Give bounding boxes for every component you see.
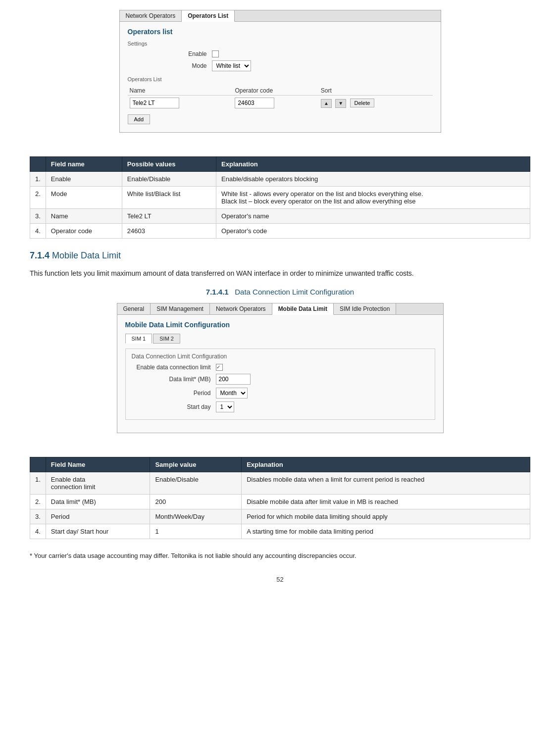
subsection-title: Data Connection Limit Configuration [132,353,429,360]
mobile-data-tabs: General SIM Management Network Operators… [117,303,443,315]
start-day-select[interactable]: 1 2 3 [216,401,234,412]
enable-checkbox[interactable] [212,50,219,57]
enable-row: Enable [128,50,433,57]
explanation2-enable-dc: Disables mobile data when a limit for cu… [242,472,530,495]
table-row: 3. Name Tele2 LT Operator's name [30,209,530,224]
th-explanation: Explanation [216,157,530,172]
footnote-text: * Your carrier's data usage accounting m… [30,551,530,561]
mode-select[interactable]: White list Black list [212,60,251,71]
start-day-label: Start day [132,403,211,410]
values2-period: Month/Week/Day [150,509,242,524]
values2-start-day: 1 [150,524,242,539]
settings-label: Settings [128,41,433,47]
explanation2-start-day: A starting time for mobile data limiting… [242,524,530,539]
table-row: 4. Start day/ Start hour 1 A starting ti… [30,524,530,539]
field2-enable-dc: Enable data connection limit [46,472,150,495]
enable-dc-row: Enable data connection limit [132,364,429,371]
tab-network-operators[interactable]: Network Operators [120,10,182,21]
values-opcode: 24603 [122,224,216,239]
field-mode: Mode [46,187,122,209]
row-num-3: 3. [30,209,46,224]
explanation-name: Operator's name [216,209,530,224]
operator-name [128,96,233,111]
enable-label: Enable [128,50,207,57]
row2-num-4: 4. [30,524,46,539]
name-input[interactable] [130,98,179,108]
th-possible-values: Possible values [122,157,216,172]
field2-data-limit: Data limit* (MB) [46,495,150,509]
period-select[interactable]: Month Week Day [216,388,248,399]
operators-panel-body: Operators list Settings Enable Mode Whit… [120,22,441,132]
table-row: 1. Enable Enable/Disable Enable/disable … [30,172,530,187]
mobile-data-panel: General SIM Management Network Operators… [117,303,444,433]
code-input[interactable] [235,98,274,108]
field-opcode: Operator code [46,224,122,239]
row2-num-3: 3. [30,509,46,524]
section-7141-title: Data Connection Limit Configuration [235,288,354,296]
page-number: 52 [30,576,530,583]
explanation-opcode: Operator's code [216,224,530,239]
start-day-row: Start day 1 2 3 [132,401,429,412]
th2-sample-value: Sample value [150,457,242,472]
th-empty [30,157,46,172]
values2-data-limit: 200 [150,495,242,509]
sort-down-btn[interactable]: ▼ [335,99,346,108]
col-sort: Sort [319,86,433,96]
row-num-2: 2. [30,187,46,209]
row-num-4: 4. [30,224,46,239]
table-row: 2. Data limit* (MB) 200 Disable mobile d… [30,495,530,509]
section-714-title: Mobile Data Limit [52,250,121,260]
operators-list-label: Operators List [128,76,433,82]
add-button[interactable]: Add [128,114,151,124]
field-name: Name [46,209,122,224]
mode-row: Mode White list Black list [128,60,433,71]
values-mode: White list/Black list [122,187,216,209]
operators-info-table: Field name Possible values Explanation 1… [30,156,530,239]
sim-tabs: SIM 1 SIM 2 [125,334,435,344]
operator-code [233,96,318,111]
explanation-mode: White list - allows every operator on th… [216,187,530,209]
values-enable: Enable/Disable [122,172,216,187]
sort-up-btn[interactable]: ▲ [321,99,332,108]
delete-button[interactable]: Delete [350,99,375,107]
data-connection-subsection: Data Connection Limit Configuration Enab… [125,349,435,420]
tab-network-operators[interactable]: Network Operators [210,303,272,314]
data-limit-label: Data limit* (MB) [132,376,211,383]
row2-num-1: 1. [30,472,46,495]
explanation-enable: Enable/disable operators blocking [216,172,530,187]
th-field-name: Field name [46,157,122,172]
operators-panel-title: Operators list [128,28,433,36]
tab-sim-management[interactable]: SIM Management [151,303,210,314]
section-714-number: 7.1.4 [30,250,50,260]
field-enable: Enable [46,172,122,187]
th2-explanation: Explanation [242,457,530,472]
tab-general[interactable]: General [117,303,151,314]
operators-table: Name Operator code Sort [128,86,433,110]
field2-period: Period [46,509,150,524]
enable-dc-checkbox[interactable] [216,364,223,371]
row2-num-2: 2. [30,495,46,509]
table-row: 3. Period Month/Week/Day Period for whic… [30,509,530,524]
section-7141-number: 7.1.4.1 [206,288,229,296]
col-name: Name [128,86,233,96]
values-name: Tele2 LT [122,209,216,224]
enable-dc-label: Enable data connection limit [132,364,211,371]
section-714-heading: 7.1.4 Mobile Data Limit [30,250,530,261]
operator-sort: ▲ ▼ Delete [319,96,433,111]
section-714-body: This function lets you limit maximum amo… [30,268,530,279]
data-limit-row: Data limit* (MB) [132,374,429,385]
table-row: 4. Operator code 24603 Operator's code [30,224,530,239]
sim1-tab[interactable]: SIM 1 [125,334,153,344]
table-row: ▲ ▼ Delete [128,96,433,111]
explanation2-period: Period for which mobile data limiting sh… [242,509,530,524]
tab-operators-list[interactable]: Operators List [182,10,235,22]
row-num-1: 1. [30,172,46,187]
tab-mobile-data-limit[interactable]: Mobile Data Limit [272,303,334,315]
sim2-tab[interactable]: SIM 2 [153,334,180,344]
data-limit-input[interactable] [216,374,251,385]
tab-sim-idle-protection[interactable]: SIM Idle Protection [334,303,396,314]
mobile-data-panel-body: Mobile Data Limit Configuration SIM 1 SI… [117,315,443,433]
mode-label: Mode [128,62,207,69]
th2-field-name: Field Name [46,457,150,472]
explanation2-data-limit: Disable mobile data after limit value in… [242,495,530,509]
